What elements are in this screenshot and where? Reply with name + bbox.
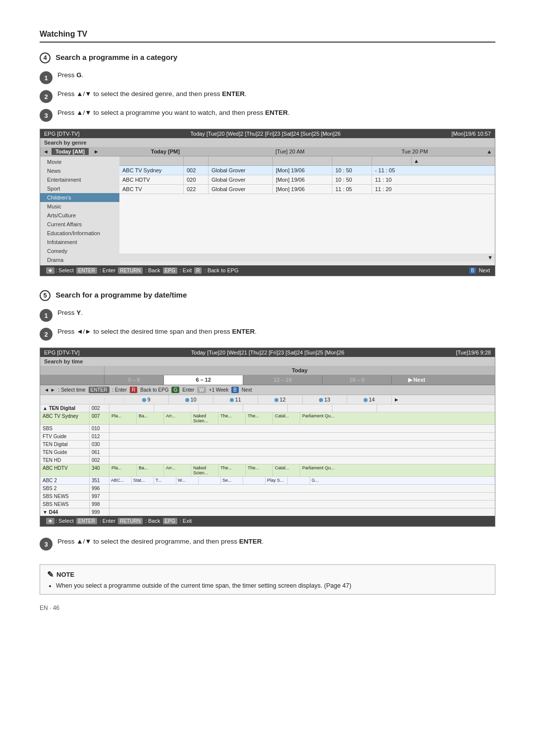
dot-11: 11 [214, 395, 258, 404]
ch-p1: ABC... [109, 477, 132, 484]
epg2-dot-row: 9 10 11 12 13 14 ► [40, 395, 495, 404]
ch-ten-guide[interactable]: TEN Guide 061 [40, 449, 495, 456]
ch-abc-sydney[interactable]: ABC TV Sydney 007 Pla... Ba... Arr... Na… [40, 412, 495, 425]
genre-arts[interactable]: Arts/Culture [40, 211, 119, 220]
ch-name: FTV Guide [40, 433, 90, 440]
epg-topbar-1: EPG [DTV-TV] Today [Tue]20 [Wed]2 [Thu]2… [40, 129, 495, 138]
genre-entertainment[interactable]: Entertainment [40, 175, 119, 184]
ch-sbs-news-998[interactable]: SBS NEWS 998 [40, 501, 495, 508]
ch-p2 [154, 404, 199, 412]
ch-num: 010 [90, 425, 109, 432]
ch-p5: The... [218, 412, 246, 424]
genre-current-affairs[interactable]: Current Affairs [40, 220, 119, 229]
epg1-row-3[interactable]: ABC TV 022 Global Grover [Mon] 19/06 11 … [119, 185, 495, 194]
page-footer: EN · 46 [40, 605, 495, 611]
ch-p1 [109, 404, 154, 412]
ch-name: TEN HD [40, 456, 90, 464]
epg1-row-1[interactable]: ABC TV Sydney 002 Global Grover [Mon] 19… [119, 166, 495, 175]
ch-ten-hd[interactable]: TEN HD 002 [40, 456, 495, 464]
ch-p6: The... [246, 412, 273, 424]
dot-13: 13 [303, 395, 347, 404]
dot-empty2 [105, 398, 124, 401]
epg1-scroll-up: ▲ [477, 149, 492, 154]
circle-num-5: 5 [40, 290, 51, 301]
time-18-0[interactable]: 18 – 0 [322, 375, 392, 385]
epg1-row-2[interactable]: ABC HDTV 020 Global Grover [Mon] 19/06 1… [119, 175, 495, 185]
ch-num: 996 [90, 485, 109, 492]
dot-empty [40, 398, 105, 401]
ch-name: SBS 2 [40, 485, 90, 492]
ch-num: 002 [90, 456, 109, 464]
section4-block: 4 Search a programme in a category 1 Pre… [40, 52, 495, 276]
epg1-bottombar-left: ❖: Select ENTER : Enter RETURN : Back EP… [45, 267, 239, 274]
note-icon: ✎ [47, 570, 54, 579]
ch-num: 997 [90, 493, 109, 500]
genre-sport[interactable]: Sport [40, 184, 119, 193]
epg1-nav-arrow-right: ► [94, 149, 99, 154]
col-start [332, 156, 372, 165]
section5-block: 5 Search for a programme by date/time 1 … [40, 290, 495, 551]
epg2-header-today: Today [105, 366, 495, 375]
ch-d44[interactable]: ▼ D44 999 [40, 508, 495, 516]
genre-comedy[interactable]: Comedy [40, 247, 119, 255]
r1-date: [Mon] 19/06 [273, 166, 332, 175]
time-12-18[interactable]: 12 – 18 [243, 375, 322, 385]
genre-childrens[interactable]: Children's [40, 193, 119, 202]
r3-programme: Global Grover [209, 185, 273, 194]
ch-ftv[interactable]: FTV Guide 012 [40, 433, 495, 441]
ch-ten-digital[interactable]: ▲ TEN Digital 002 [40, 404, 495, 412]
epg2-topbar: EPG [DTV-TV] Today [Tue]20 [Wed]21 [Thu]… [40, 348, 495, 357]
epg1-tue-pm: Tue 20 PM [352, 149, 477, 154]
step1-text: Press G. [57, 70, 84, 81]
ch-name: SBS [40, 425, 90, 432]
genre-drama[interactable]: Drama [40, 255, 119, 264]
ch-p7 [377, 404, 422, 412]
ch-p5 [288, 404, 332, 412]
ch-name: ▲ TEN Digital [40, 404, 90, 412]
ch-ten-030[interactable]: TEN Digital 030 [40, 441, 495, 449]
epg-btn: EPG [163, 267, 177, 274]
g-btn2: G [171, 387, 179, 393]
step5-num-3: 3 [40, 538, 53, 551]
ch-abc-hdtv[interactable]: ABC HDTV 340 Pla... Ba... Arr... Naked S… [40, 464, 495, 477]
r-btn2: R [130, 387, 137, 393]
ch-p7 [243, 477, 266, 484]
dot-scroll: ► [392, 395, 407, 404]
r1-end: - 11 : 05 [372, 166, 412, 175]
ch-sbs-news-997[interactable]: SBS NEWS 997 [40, 493, 495, 501]
time-0-6[interactable]: 0 – 6 [105, 375, 164, 385]
ch-sbs2[interactable]: SBS 2 996 [40, 485, 495, 493]
ch-sbs[interactable]: SBS 010 [40, 425, 495, 433]
epg2-header-left [40, 366, 105, 375]
ch-num: 351 [90, 477, 109, 484]
step5-3-text: Press ▲/▼ to select the desired programm… [57, 537, 264, 547]
ch-p9 [288, 477, 310, 484]
r2-channel: ABC HDTV [119, 175, 184, 184]
ch-p4: W... [176, 477, 199, 484]
enter-btn: ENTER [76, 267, 97, 274]
r2-end: 11 : 10 [372, 175, 412, 184]
note-box: ✎ NOTE When you select a programme outsi… [40, 564, 495, 595]
genre-music[interactable]: Music [40, 202, 119, 211]
ch-p8: Parliament Qu... [300, 464, 355, 476]
epg-btn2: EPG [163, 518, 177, 524]
ch-name: ABC 2 [40, 477, 90, 484]
ch-num: 340 [90, 464, 109, 476]
time-6-12[interactable]: 6 – 12 [164, 375, 243, 385]
section5-step2: 2 Press ◄/► to select the desired time s… [40, 327, 495, 341]
enter-btn2: ENTER [89, 387, 109, 393]
ch-p4: Naked Scien... [191, 412, 218, 424]
epg1-right: [Mon]19/6 10:57 [451, 131, 491, 137]
ch-num: 002 [90, 404, 109, 412]
epg-screen-1: EPG [DTV-TV] Today [Tue]20 [Wed]2 [Thu]2… [40, 129, 495, 276]
genre-news[interactable]: News [40, 166, 119, 175]
genre-movie[interactable]: Movie [40, 157, 119, 166]
ch-num: 999 [90, 508, 109, 516]
ch-abc2[interactable]: ABC 2 351 ABC... Stat... T... W... Se...… [40, 477, 495, 485]
genre-infotainment[interactable]: Infotainment [40, 238, 119, 247]
ch-p6: The... [246, 464, 273, 476]
genre-education[interactable]: Education/Information [40, 229, 119, 238]
ch-p2: Ba... [137, 464, 164, 476]
time-next-btn[interactable]: ▶ Next [392, 375, 441, 385]
epg1-today-am: Today [AM] [52, 148, 89, 155]
